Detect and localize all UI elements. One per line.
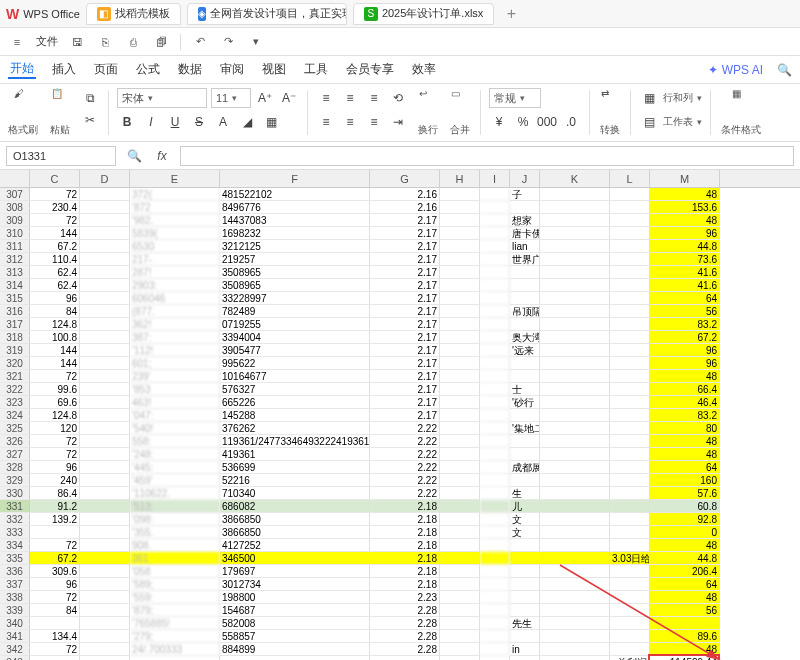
- cell[interactable]: [80, 357, 130, 370]
- cell[interactable]: [80, 331, 130, 344]
- cell[interactable]: [480, 617, 510, 630]
- row-header[interactable]: 341: [0, 630, 30, 643]
- cell[interactable]: [510, 656, 540, 660]
- column-header[interactable]: [0, 170, 30, 188]
- menu-formula[interactable]: 公式: [134, 61, 162, 78]
- cell[interactable]: 72: [30, 539, 80, 552]
- cell[interactable]: [540, 383, 610, 396]
- cell[interactable]: [540, 539, 610, 552]
- cell[interactable]: [540, 357, 610, 370]
- row-header[interactable]: 313: [0, 266, 30, 279]
- cell[interactable]: 91.2: [30, 500, 80, 513]
- cell[interactable]: '982.: [130, 214, 220, 227]
- cell[interactable]: [510, 474, 540, 487]
- cell[interactable]: 2.18: [370, 565, 440, 578]
- cell[interactable]: 2.18: [370, 513, 440, 526]
- cell[interactable]: 3508965: [220, 279, 370, 292]
- row-header[interactable]: 343: [0, 656, 30, 660]
- cell[interactable]: [540, 292, 610, 305]
- menu-member[interactable]: 会员专享: [344, 61, 396, 78]
- font-name-select[interactable]: 宋体 ▾: [117, 88, 207, 108]
- menu-start[interactable]: 开始: [8, 60, 36, 79]
- cell[interactable]: [480, 435, 510, 448]
- convert-group[interactable]: ⇄ 转换: [598, 88, 622, 137]
- cell[interactable]: [30, 656, 80, 660]
- cell[interactable]: [510, 266, 540, 279]
- cell[interactable]: 710340: [220, 487, 370, 500]
- column-header[interactable]: M: [650, 170, 720, 188]
- cell[interactable]: [480, 331, 510, 344]
- font-color-icon[interactable]: A: [213, 112, 233, 132]
- cell[interactable]: 1698232: [220, 227, 370, 240]
- cell[interactable]: 686082: [220, 500, 370, 513]
- cell[interactable]: [80, 409, 130, 422]
- cell[interactable]: 219257: [220, 253, 370, 266]
- cell[interactable]: [610, 513, 650, 526]
- menu-review[interactable]: 审阅: [218, 61, 246, 78]
- row-header[interactable]: 330: [0, 487, 30, 500]
- row-header[interactable]: 331: [0, 500, 30, 513]
- cell[interactable]: [540, 604, 610, 617]
- cell[interactable]: [610, 448, 650, 461]
- cell[interactable]: [540, 578, 610, 591]
- cell[interactable]: [610, 487, 650, 500]
- cell[interactable]: 48: [650, 448, 720, 461]
- cell[interactable]: [540, 227, 610, 240]
- menu-data[interactable]: 数据: [176, 61, 204, 78]
- cell[interactable]: [80, 214, 130, 227]
- cell[interactable]: [80, 552, 130, 565]
- cell[interactable]: 3212125: [220, 240, 370, 253]
- cell[interactable]: 80: [650, 422, 720, 435]
- cell[interactable]: 10164677: [220, 370, 370, 383]
- row-header[interactable]: 308: [0, 201, 30, 214]
- cell[interactable]: [610, 344, 650, 357]
- cell[interactable]: 67.2: [30, 552, 80, 565]
- cell[interactable]: [440, 617, 480, 630]
- cell[interactable]: 56: [650, 604, 720, 617]
- cell[interactable]: [510, 578, 540, 591]
- cell[interactable]: 2.22: [370, 448, 440, 461]
- column-header[interactable]: F: [220, 170, 370, 188]
- cell[interactable]: [80, 461, 130, 474]
- cell[interactable]: 92.8: [650, 513, 720, 526]
- cell[interactable]: [610, 617, 650, 630]
- cell[interactable]: [540, 435, 610, 448]
- cell[interactable]: 48: [650, 214, 720, 227]
- cell[interactable]: [80, 604, 130, 617]
- cell[interactable]: 72: [30, 435, 80, 448]
- cell[interactable]: [480, 656, 510, 660]
- row-header[interactable]: 338: [0, 591, 30, 604]
- copy-icon[interactable]: ⧉: [80, 88, 100, 108]
- cell[interactable]: [220, 656, 370, 660]
- cell[interactable]: 3508965: [220, 266, 370, 279]
- cell[interactable]: 84: [30, 604, 80, 617]
- cell[interactable]: 2.22: [370, 435, 440, 448]
- cell[interactable]: 3394004: [220, 331, 370, 344]
- cell[interactable]: 2.17: [370, 279, 440, 292]
- cell[interactable]: [440, 656, 480, 660]
- cell[interactable]: 子: [510, 188, 540, 201]
- align-bottom-icon[interactable]: ≡: [364, 88, 384, 108]
- cell[interactable]: 2.17: [370, 370, 440, 383]
- cell[interactable]: [80, 591, 130, 604]
- cell[interactable]: 2.17: [370, 396, 440, 409]
- cell[interactable]: [80, 370, 130, 383]
- cell[interactable]: 2.17: [370, 305, 440, 318]
- cell[interactable]: 86.4: [30, 487, 80, 500]
- cell[interactable]: [440, 487, 480, 500]
- cell[interactable]: [440, 266, 480, 279]
- cell[interactable]: 84: [30, 305, 80, 318]
- cell[interactable]: 240: [30, 474, 80, 487]
- font-size-select[interactable]: 11 ▾: [211, 88, 251, 108]
- cell[interactable]: [440, 565, 480, 578]
- cell[interactable]: 601;: [130, 357, 220, 370]
- cell[interactable]: [80, 500, 130, 513]
- formula-input[interactable]: [180, 146, 794, 166]
- cell[interactable]: [440, 422, 480, 435]
- cell[interactable]: [480, 370, 510, 383]
- cell[interactable]: 文: [510, 513, 540, 526]
- cell[interactable]: 48: [650, 188, 720, 201]
- row-header[interactable]: 307: [0, 188, 30, 201]
- cell[interactable]: '879;: [130, 604, 220, 617]
- cell[interactable]: 179697: [220, 565, 370, 578]
